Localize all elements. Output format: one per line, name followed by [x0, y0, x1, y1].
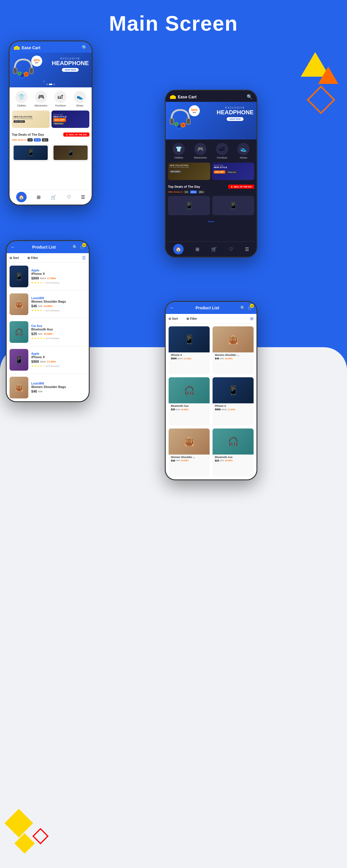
phone3-back-icon[interactable]: ← — [11, 245, 15, 250]
phone2-nav-wishlist[interactable]: ♡ — [229, 247, 233, 252]
grid-item-3-price: $25 — [171, 408, 175, 411]
p3-star-4: ★ — [40, 337, 42, 340]
phone2-search-icon[interactable]: 🔍 — [247, 94, 252, 99]
grid-item-2[interactable]: 👜 Women Shoulder ... $46 $49 14.65% — [213, 327, 254, 374]
phone3-list-view-btn[interactable]: ☰ — [82, 255, 86, 260]
category-furniture[interactable]: 🛋 Furniture — [54, 91, 66, 107]
product-1-brand: Apple — [31, 269, 86, 272]
phone2-shop-btn[interactable]: SHOP NOW — [227, 117, 244, 121]
phone3-filter-btn[interactable]: ⊞ Filter — [28, 256, 38, 259]
phone4-cart-badge[interactable]: 🛒 14 — [248, 305, 252, 310]
product-5-info: LouisWill Women Shoulder Bags $46 $48 — [31, 382, 86, 394]
product-list-item-2[interactable]: 👜 LouisWill Women Shoulder Bags $46 $48 … — [7, 290, 89, 318]
grid-item-1-prices: $899 $899 17.94% — [171, 357, 207, 360]
phone2-seconds: 24 s — [198, 190, 204, 193]
phone2-promo-buy-btn[interactable]: BUY NOW — [170, 170, 181, 173]
phone2-deal-1[interactable]: 📱 — [168, 196, 210, 215]
grid-item-1[interactable]: 📱 iPhone X $899 $899 17.94% — [168, 327, 210, 374]
phone3-sort-btn[interactable]: ⊟ Sort — [9, 256, 19, 259]
product-1-discount: 17.94% — [47, 277, 56, 280]
phone3-search-icon[interactable]: 🔍 — [72, 245, 77, 249]
nav-grid[interactable]: ⊞ — [37, 194, 40, 200]
product-list-item-1[interactable]: 📱 Apple iPhone X $899 $899 17.94% ★ ★ ★ — [7, 263, 89, 290]
phone4-sort-btn[interactable]: ⊟ Sort — [168, 317, 178, 320]
phone2-nav-cart[interactable]: 🛒 — [211, 247, 217, 252]
phone1-search-icon[interactable]: 🔍 — [82, 45, 88, 50]
phone4-back-icon[interactable]: ← — [170, 305, 175, 310]
phone2-category-furniture[interactable]: 🛋 Furniture — [216, 143, 228, 159]
product-list-item-5[interactable]: 👜 LouisWill Women Shoulder Bags $46 $48 — [7, 374, 89, 401]
grid-item-1-discount: 17.94% — [184, 357, 191, 360]
grid-item-5-prices: $46 $49 14.65% — [171, 459, 207, 462]
phone4-filter-btn[interactable]: ⊞ Filter — [187, 317, 197, 320]
banner-text-area: EXCLUSIVE HEADPHONE SHOP NOW — [52, 57, 89, 72]
phone1-categories: 👕 Clothes 🎮 Electronics 🛋 Furniture 👟 Sh… — [9, 87, 92, 111]
phone2-nav-home[interactable]: 🏠 — [173, 244, 184, 254]
phone2-electronics-label: Electronics — [194, 156, 207, 159]
phone2-deal-products: 📱 📱 — [168, 196, 254, 215]
phone2-category-shoes[interactable]: 👟 Shoes — [238, 143, 250, 159]
phone2-grid-icon: ⊞ — [195, 247, 199, 252]
promo-buy-now-btn[interactable]: BUY NOW — [13, 120, 25, 123]
promo-new-collection[interactable]: NEW COLLECTION For Your Every Day Stuff … — [12, 111, 50, 128]
product-3-prices: $25 $26 10.56% — [31, 332, 86, 336]
deco-shape-orange-outline — [307, 86, 336, 114]
sort-label: Sort — [13, 256, 19, 259]
nav-home-button[interactable]: 🏠 — [16, 192, 27, 202]
phone4-grid-view-btn[interactable]: ⊞ — [250, 316, 254, 321]
product-3-thumb: 🎧 — [9, 321, 28, 343]
svg-rect-5 — [30, 68, 33, 73]
phone2-promo-2[interactable]: Special deal NEW STYLE 60% OFF Shop now — [212, 163, 254, 180]
phone2-nav-grid[interactable]: ⊞ — [195, 247, 199, 252]
product-3-name: Bluetooth Aux — [31, 328, 86, 331]
category-shoes[interactable]: 👟 Shoes — [74, 91, 86, 107]
phone2-deals-header: Top Deals of The Day 🔥 DEAL OF THE DAY — [168, 185, 254, 189]
category-electronics[interactable]: 🎮 Electronics — [35, 91, 48, 107]
deal-product-2[interactable]: 📱 — [52, 144, 89, 162]
phone2-category-clothes[interactable]: 👕 Clothes — [172, 143, 185, 159]
star-2: ★ — [34, 281, 36, 284]
clothes-icon: 👕 — [15, 91, 28, 103]
star-5: ★ — [43, 281, 45, 284]
promo-shop-now[interactable]: Shop now — [53, 122, 64, 125]
grid-item-4-name: iPhone X — [215, 404, 251, 407]
banner-badge-percent: 50% — [34, 58, 40, 62]
deco-shape-orange-triangle — [318, 66, 338, 84]
promo-style-inner: Special deal NEW STYLE 60% OFF Shop now — [52, 112, 89, 126]
phone2-clothes-icon: 👕 — [172, 143, 185, 155]
product-4-stars: ★ ★ ★ ★ ★ (270 Review) — [31, 365, 86, 368]
grid-item-3[interactable]: 🎧 Bluetooth Aux $25 $26 10.86% — [168, 377, 210, 425]
star-3: ★ — [37, 281, 39, 284]
product-5-original: $48 — [38, 390, 42, 393]
promo-new-style[interactable]: Special deal NEW STYLE 60% OFF Shop now — [52, 111, 89, 128]
grid-item-6[interactable]: 🎧 Bluetooth Aux $25 $26 10.56% — [213, 429, 254, 476]
product-list-item-3[interactable]: 🎧 Car Aux Bluetooth Aux $25 $26 10.56% ★… — [7, 318, 89, 346]
deal-product-1[interactable]: 📱 — [12, 144, 50, 162]
p3-star-3: ★ — [37, 337, 39, 340]
phone4-search-icon[interactable]: 🔍 — [240, 306, 245, 310]
phone-2-frame: Ease Cart 🔍 ✦ — [165, 90, 257, 257]
promo-new-style-label: NEW STYLE — [53, 116, 67, 118]
grid-item-5-price: $46 — [171, 459, 175, 462]
grid-item-2-original: $49 — [220, 357, 224, 360]
phone2-nav-menu[interactable]: ☰ — [245, 247, 249, 252]
grid-item-4[interactable]: 📱 iPhone X $899 $899 17.94% — [213, 377, 254, 425]
nav-menu[interactable]: ☰ — [81, 194, 85, 200]
category-clothes[interactable]: 👕 Clothes — [15, 91, 28, 107]
phone2-category-electronics[interactable]: 🎮 Electronics — [194, 143, 207, 159]
phone2-deal-2[interactable]: 📱 — [212, 196, 254, 215]
nav-wishlist[interactable]: ♡ — [67, 194, 71, 200]
p4-star-1: ★ — [31, 365, 34, 368]
product-list-item-4[interactable]: 📱 Apple iPhone X $899 $899 17.94% ★ ★ ★ — [7, 346, 89, 374]
nav-cart[interactable]: 🛒 — [51, 194, 56, 200]
phone2-shop-now[interactable]: Shop now — [226, 171, 237, 173]
svg-marker-12 — [170, 95, 176, 99]
phone3-cart-badge[interactable]: 🛒 14 — [80, 245, 85, 250]
grid-item-5[interactable]: 👜 Women Shoulder ... $46 $49 14.65% — [168, 429, 210, 476]
banner-shop-btn[interactable]: SHOP NOW — [62, 68, 79, 72]
phone2-header: Ease Cart 🔍 — [166, 91, 256, 102]
phone2-promo-1[interactable]: NEW COLLECTION For Your Every Day Stuff … — [168, 163, 210, 180]
promo-collection-inner: NEW COLLECTION For Your Every Day Stuff … — [12, 114, 50, 124]
banner-headphone-text: HEADPHONE — [52, 60, 89, 66]
phone2-banner-text: EXCLUSIVE HEADPHONE SHOP NOW — [217, 106, 254, 121]
